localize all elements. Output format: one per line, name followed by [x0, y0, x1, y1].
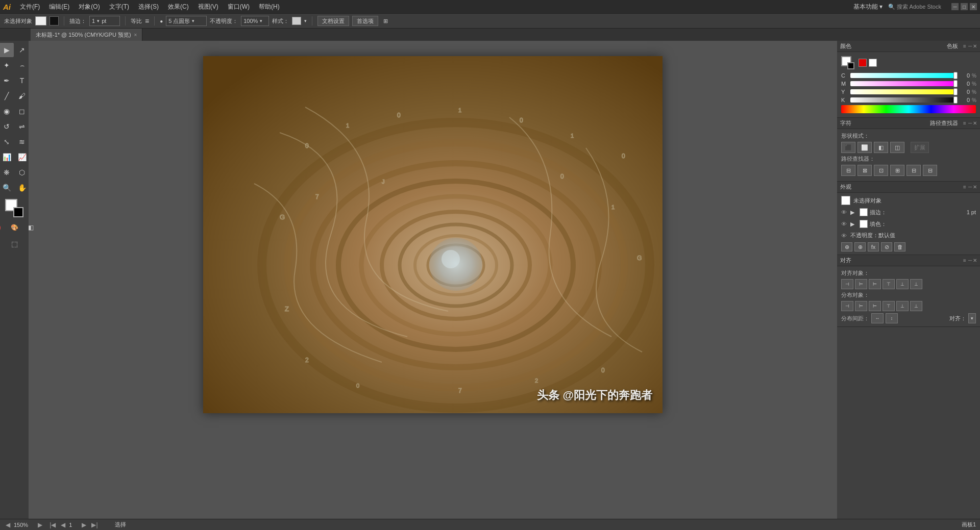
dist-center-h-button[interactable]: ⊢ — [855, 301, 867, 311]
color-bg-swatch[interactable] — [847, 62, 854, 69]
fill-expand-icon[interactable]: ▶ — [850, 221, 857, 228]
align-collapse[interactable]: ─ — [968, 258, 972, 263]
reflect-tool[interactable]: ⇌ — [15, 119, 29, 134]
pathfinder-panel-menu[interactable]: ≡ — [963, 120, 966, 126]
menu-window[interactable]: 窗口(W) — [224, 2, 254, 12]
align-panel-title[interactable]: 对齐 — [840, 257, 963, 264]
opacity-visibility-icon[interactable]: 👁 — [841, 233, 848, 239]
fill-swatch-toolbar[interactable] — [35, 16, 46, 26]
workspace-label[interactable]: 基本功能 ▾ — [853, 3, 883, 11]
char-panel-title[interactable]: 字符 — [840, 119, 930, 127]
gamut-warning-swatch[interactable] — [859, 59, 867, 67]
k-slider-thumb[interactable] — [953, 96, 958, 104]
dist-left-button[interactable]: ⊣ — [841, 301, 853, 311]
align-close[interactable]: ✕ — [973, 258, 977, 263]
m-slider[interactable] — [850, 81, 958, 86]
dist-space-h-button[interactable]: ↔ — [871, 313, 884, 323]
search-label[interactable]: 🔍 搜索 Adobe Stock — [888, 3, 942, 11]
expand-button[interactable]: 扩展 — [911, 142, 929, 153]
add-effect-button[interactable]: fx — [868, 242, 879, 251]
menu-select[interactable]: 选择(S) — [134, 2, 163, 12]
pathfinder-close[interactable]: ✕ — [973, 120, 977, 126]
divide-button[interactable]: ⊟ — [841, 165, 855, 176]
selection-tool[interactable]: ▶ — [0, 43, 14, 57]
prev-page-button[interactable]: |◀ — [48, 521, 57, 528]
align-center-v-button[interactable]: ⊥ — [896, 279, 909, 289]
fill-color-swatch[interactable] — [860, 220, 868, 228]
shape-dropdown[interactable]: 5 点圆形 ▾ — [166, 16, 207, 26]
color-panel-collapse[interactable]: ─ — [968, 43, 972, 49]
align-panel-menu[interactable]: ≡ — [963, 258, 966, 263]
graph-tool[interactable]: 📊 — [0, 150, 14, 164]
fill-visibility-icon[interactable]: 👁 — [841, 221, 848, 227]
menu-text[interactable]: 文字(T) — [105, 2, 133, 12]
warp-tool[interactable]: ≋ — [15, 135, 29, 149]
color-panel-title[interactable]: 颜色 — [840, 42, 947, 50]
opacity-dropdown[interactable]: 100% ▾ — [241, 16, 269, 26]
hand-tool[interactable]: ✋ — [15, 181, 29, 195]
align-left-button[interactable]: ⊣ — [841, 279, 853, 289]
dist-center-v-button[interactable]: ⊥ — [896, 301, 909, 311]
zoom-tool[interactable]: 🔍 — [0, 181, 14, 195]
unite-button[interactable]: ⬛ — [841, 142, 855, 153]
dist-right-button[interactable]: ⊢ — [869, 301, 881, 311]
delete-item-button[interactable]: 🗑 — [894, 242, 905, 251]
merge-button[interactable]: ⊡ — [874, 165, 888, 176]
extra-toolbar-icon[interactable]: ⊞ — [383, 18, 388, 24]
stroke-dropdown[interactable]: 1 ▾ pt — [89, 16, 120, 26]
background-swatch[interactable] — [13, 207, 23, 217]
y-slider[interactable] — [850, 89, 958, 94]
eraser-tool[interactable]: ◻ — [15, 104, 29, 118]
zoom-out-button[interactable]: ◀ — [4, 521, 12, 528]
align-bottom-button[interactable]: ⊥ — [910, 279, 922, 289]
appearance-panel-menu[interactable]: ≡ — [963, 184, 966, 190]
minus-back-button[interactable]: ⊟ — [923, 165, 937, 176]
column-graph-tool[interactable]: 📈 — [15, 150, 29, 164]
tab-close-button[interactable]: × — [134, 32, 137, 38]
document-tab[interactable]: 未标题-1* @ 150% (CMYK/GPU 预览) × — [31, 29, 142, 41]
stroke-visibility-icon[interactable]: 👁 — [841, 209, 848, 215]
menu-view[interactable]: 视图(V) — [194, 2, 223, 12]
object-color-swatch[interactable] — [841, 196, 850, 205]
white-swatch[interactable] — [869, 59, 877, 67]
add-new-fill-button[interactable]: ⊕ — [854, 242, 866, 251]
outline-button[interactable]: ⊟ — [906, 165, 921, 176]
dist-space-v-button[interactable]: ↕ — [886, 313, 898, 323]
m-slider-thumb[interactable] — [953, 80, 958, 87]
add-new-stroke-button[interactable]: ⊕ — [841, 242, 852, 251]
menu-file[interactable]: 文件(F) — [16, 2, 44, 12]
stroke-expand-icon[interactable]: ▶ — [850, 209, 857, 216]
exclude-button[interactable]: ◫ — [890, 142, 904, 153]
type-tool[interactable]: T — [15, 73, 29, 88]
doc-settings-button[interactable]: 文档设置 — [317, 16, 349, 26]
color-icon[interactable]: 🎨 — [7, 220, 21, 235]
line-tool[interactable]: ╱ — [0, 89, 14, 103]
appearance-panel-title[interactable]: 外观 — [840, 183, 963, 191]
dist-top-button[interactable]: ⊤ — [883, 301, 895, 311]
appearance-close[interactable]: ✕ — [973, 184, 977, 190]
color-spectrum-bar[interactable] — [841, 105, 976, 113]
c-slider-thumb[interactable] — [953, 72, 958, 79]
crop-button[interactable]: ⊞ — [890, 165, 904, 176]
zoom-in-button[interactable]: ▶ — [36, 521, 44, 528]
color-tab2[interactable]: 色板 — [947, 42, 958, 50]
menu-object[interactable]: 对象(O) — [75, 2, 104, 12]
blob-brush-tool[interactable]: ◉ — [0, 104, 14, 118]
trim-button[interactable]: ⊠ — [857, 165, 872, 176]
magic-wand-tool[interactable]: ✦ — [0, 58, 14, 72]
align-center-h-button[interactable]: ⊢ — [855, 279, 867, 289]
stroke-swatch-toolbar[interactable] — [50, 16, 59, 26]
menu-help[interactable]: 帮助(H) — [255, 2, 284, 12]
stroke-color-swatch[interactable] — [860, 208, 868, 216]
minus-front-button[interactable]: ⬜ — [857, 142, 872, 153]
scale-tool[interactable]: ⤡ — [0, 135, 14, 149]
last-page-button[interactable]: ▶| — [90, 521, 99, 528]
lasso-tool[interactable]: ⌢ — [15, 58, 29, 72]
prev-page-btn[interactable]: ◀ — [59, 521, 67, 528]
preferences-button[interactable]: 首选项 — [352, 16, 378, 26]
align-to-dropdown[interactable]: ▾ — [968, 313, 976, 323]
pathfinder-tab2[interactable]: 路径查找器 — [930, 119, 958, 127]
close-button[interactable]: ✕ — [970, 3, 977, 10]
dist-bottom-button[interactable]: ⊥ — [910, 301, 922, 311]
align-top-button[interactable]: ⊤ — [883, 279, 895, 289]
